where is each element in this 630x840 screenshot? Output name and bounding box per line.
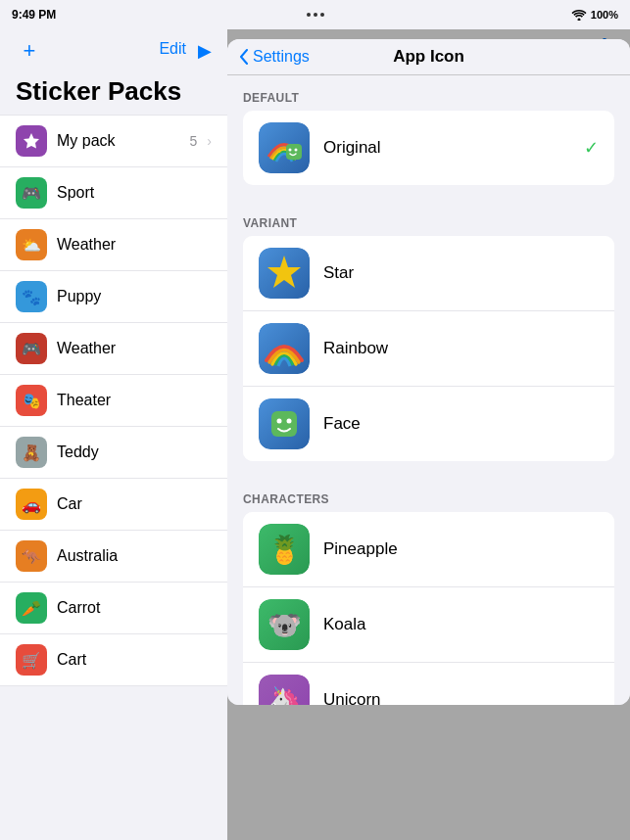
label-koala: Koala: [323, 615, 599, 634]
sidebar-item-label-weather1: Weather: [57, 236, 212, 254]
sidebar-item-label-australia: Australia: [57, 547, 212, 565]
label-star: Star: [323, 263, 599, 283]
sidebar-item-carrot[interactable]: 🥕 Carrot: [0, 583, 227, 634]
chevron-left-icon: [239, 49, 249, 65]
sidebar-item-label-sport: Sport: [57, 184, 212, 202]
list-row-unicorn[interactable]: 🦄 Unicorn: [243, 663, 614, 705]
sidebar-item-label-weather2: Weather: [57, 340, 212, 357]
edit-button[interactable]: Edit: [159, 40, 186, 62]
sidebar-list: My pack 5 › 🎮 Sport ⛅ Weather 🐾 Puppy 🎮: [0, 115, 227, 840]
sidebar: + Edit ▶ Sticker Packs My pack 5 › 🎮 Spo…: [0, 29, 227, 840]
modal-overlay: Settings App Icon DEFAULT: [227, 29, 630, 840]
svg-rect-4: [286, 144, 302, 160]
modal-sheet: Settings App Icon DEFAULT: [227, 39, 630, 705]
list-row-koala[interactable]: 🐨 Koala: [243, 587, 614, 663]
svg-marker-1: [24, 133, 39, 149]
play-button[interactable]: ▶: [198, 40, 212, 62]
sidebar-title: Sticker Packs: [0, 72, 227, 115]
svg-text:🐨: 🐨: [267, 609, 302, 641]
svg-text:🍍: 🍍: [267, 534, 302, 566]
sidebar-icon-australia: 🦘: [16, 540, 47, 572]
sidebar-icon-cart: 🛒: [16, 644, 47, 676]
sidebar-icon-car: 🚗: [16, 489, 47, 520]
svg-text:🦄: 🦄: [267, 684, 302, 705]
add-pack-button[interactable]: +: [16, 37, 43, 65]
modal-back-label: Settings: [253, 48, 310, 66]
label-pineapple: Pineapple: [323, 539, 599, 559]
main-layout: + Edit ▶ Sticker Packs My pack 5 › 🎮 Spo…: [0, 29, 630, 840]
sidebar-item-theater[interactable]: 🎭 Theater: [0, 375, 227, 427]
sidebar-item-badge-my-pack: 5: [190, 133, 198, 149]
sidebar-item-weather1[interactable]: ⛅ Weather: [0, 219, 227, 271]
sidebar-item-cart[interactable]: 🛒 Cart: [0, 634, 227, 686]
list-row-face[interactable]: Face: [243, 387, 614, 461]
icon-face: [259, 398, 310, 449]
list-group-variant: Star: [243, 236, 614, 461]
battery-level: 100%: [591, 9, 618, 21]
icon-original: [259, 122, 310, 173]
svg-point-13: [287, 418, 292, 423]
sidebar-item-label-cart: Cart: [57, 651, 212, 669]
list-row-star[interactable]: Star: [243, 236, 614, 311]
sidebar-icon-puppy: 🐾: [16, 281, 47, 312]
section-header-characters: CHARACTERS: [227, 477, 630, 512]
label-unicorn: Unicorn: [323, 690, 599, 705]
section-header-default: DEFAULT: [227, 75, 630, 111]
label-face: Face: [323, 414, 599, 434]
svg-point-6: [295, 148, 298, 151]
check-original: ✓: [584, 137, 599, 159]
sidebar-item-my-pack[interactable]: My pack 5 ›: [0, 115, 227, 167]
sidebar-icon-sport: 🎮: [16, 177, 47, 209]
icon-pineapple: 🍍: [259, 524, 310, 575]
list-row-rainbow[interactable]: Rainbow: [243, 311, 614, 387]
list-row-original[interactable]: Original ✓: [243, 111, 614, 185]
status-dots: [307, 13, 324, 17]
modal-back-button[interactable]: Settings: [239, 48, 310, 66]
sidebar-icon-teddy: 🧸: [16, 437, 47, 468]
svg-point-5: [289, 148, 292, 151]
sidebar-item-weather2[interactable]: 🎮 Weather: [0, 323, 227, 375]
sidebar-item-label-teddy: Teddy: [57, 443, 212, 461]
sidebar-item-label-car: Car: [57, 495, 212, 513]
sidebar-icon-carrot: 🥕: [16, 592, 47, 624]
sidebar-icon-weather1: ⛅: [16, 229, 47, 260]
sidebar-item-label-puppy: Puppy: [57, 288, 212, 305]
status-bar: 9:49 PM 100%: [0, 0, 630, 29]
svg-point-12: [277, 418, 282, 423]
icon-koala: 🐨: [259, 599, 310, 650]
sidebar-icon-theater: 🎭: [16, 385, 47, 416]
right-panel: Edit Sticker 😀 Avocados 🥑 are a nutritio…: [227, 29, 630, 840]
icon-unicorn: 🦄: [259, 675, 310, 705]
sidebar-item-puppy[interactable]: 🐾 Puppy: [0, 271, 227, 323]
label-rainbow: Rainbow: [323, 339, 599, 358]
sidebar-item-car[interactable]: 🚗 Car: [0, 479, 227, 531]
modal-header: Settings App Icon: [227, 39, 630, 75]
sidebar-header: + Edit ▶: [0, 29, 227, 72]
modal-title: App Icon: [393, 47, 464, 67]
svg-rect-11: [271, 411, 297, 437]
section-header-variant: VARIANT: [227, 201, 630, 236]
list-group-characters: 🍍 Pineapple 🐨: [243, 512, 614, 705]
sidebar-item-label-theater: Theater: [57, 392, 212, 409]
icon-star: [259, 248, 310, 299]
status-time: 9:49 PM: [12, 8, 56, 22]
sidebar-item-label-carrot: Carrot: [57, 599, 212, 617]
label-original: Original: [323, 138, 570, 158]
chevron-icon-my-pack: ›: [207, 133, 212, 149]
status-indicators: 100%: [571, 9, 618, 21]
svg-point-0: [577, 19, 580, 22]
modal-content: DEFAULT: [227, 75, 630, 705]
sidebar-icon-my-pack: [16, 125, 47, 157]
sidebar-icon-weather2: 🎮: [16, 333, 47, 364]
icon-rainbow: [259, 323, 310, 374]
sidebar-item-sport[interactable]: 🎮 Sport: [0, 167, 227, 219]
sidebar-item-australia[interactable]: 🦘 Australia: [0, 531, 227, 583]
list-group-default: Original ✓: [243, 111, 614, 185]
wifi-icon: [571, 9, 587, 21]
list-row-pineapple[interactable]: 🍍 Pineapple: [243, 512, 614, 587]
sidebar-item-label-my-pack: My pack: [57, 132, 180, 150]
sidebar-item-teddy[interactable]: 🧸 Teddy: [0, 427, 227, 479]
